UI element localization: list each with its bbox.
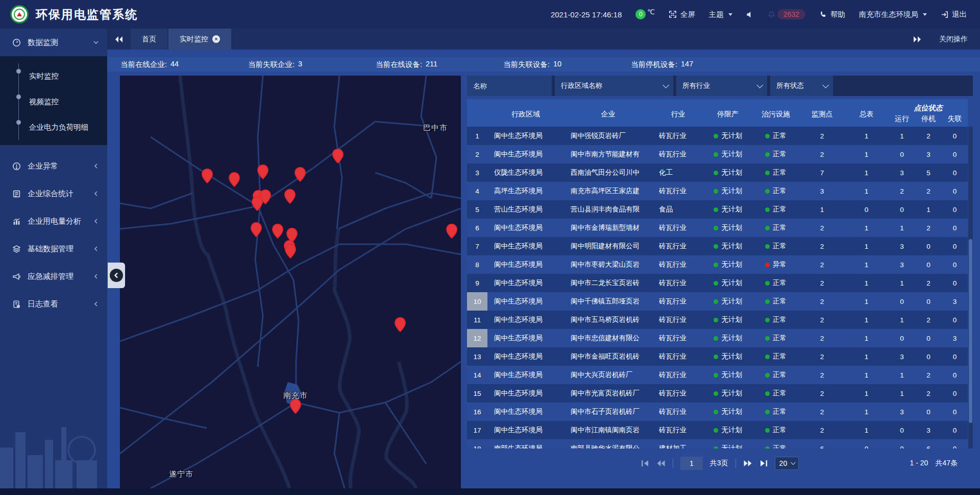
status-dot-icon [714,281,718,286]
map-pin-icon[interactable] [285,244,296,261]
page-number-input[interactable] [680,457,703,470]
chevron-down-icon [728,13,732,16]
chevron-down-icon [791,460,796,465]
total-records-label: 共47条 [935,459,958,468]
sidebar-item-power-load-detail[interactable]: 企业电力负荷明细 [0,114,107,140]
col-production: 停限产 [704,99,752,127]
cell-stopped: 0 [915,255,942,274]
map-pin-icon[interactable] [295,167,306,184]
org-dropdown[interactable]: 南充市生态环境局 [859,10,927,19]
topbar-actions: 2021-02-25 17:46:18 0 ℃ 全屏 主题 [551,9,967,19]
map-pin-icon[interactable] [257,164,268,181]
tab-home[interactable]: 首页 [131,29,167,50]
prev-page-icon [656,460,666,467]
table-row[interactable]: 12 阆中生态环境局 阆中市忠信建材有限公 砖瓦行业 无计划 正常 [467,329,968,347]
map-pin-icon[interactable] [446,224,457,241]
industry-select[interactable]: 所有行业 [676,76,767,96]
table-row[interactable]: 5 营山生态环境局 营山县润丰肉食品有限 食品 无计划 正常 1 [467,200,968,219]
col-facility: 治污设施 [752,99,800,127]
cell-company: 阆中强锐页岩砖厂 [564,127,652,145]
sidebar-item-log-view[interactable]: 日志查看 [0,290,107,318]
table-row[interactable]: 8 阆中生态环境局 阆中市枣碧大梁山页岩 砖瓦行业 无计划 异常 [467,255,968,274]
map-pin-icon[interactable] [272,224,283,241]
logout-button[interactable]: 退出 [941,10,967,19]
cell-lost: 0 [942,163,968,182]
cell-industry: 砖瓦行业 [652,182,704,200]
close-operations[interactable]: 关闭操作 [913,29,980,50]
name-search-input[interactable] [467,76,552,96]
map-pin-icon[interactable] [251,222,262,239]
cell-meter: 1 [844,347,889,366]
tabs-scroll-left-button[interactable] [107,29,131,50]
theme-dropdown[interactable]: 主题 [709,10,732,19]
map[interactable]: 巴中市 南充市 遂宁市 [120,76,461,488]
map-pin-icon[interactable] [202,169,213,185]
table-row[interactable]: 3 仪陇生态环境局 西南油气田分公司川中 化工 无计划 正常 7 [467,163,968,182]
sidebar-item-enterprise-abnormal[interactable]: 企业异常 [0,152,107,180]
facility-status: 正常 [773,370,787,380]
range-label: 1 - 20 [910,459,928,468]
sidebar-item-enterprise-stats[interactable]: 企业综合统计 [0,180,107,207]
cell-stopped: 0 [915,292,942,311]
sidebar-collapse-button[interactable] [108,263,125,288]
cell-region: 阆中生态环境局 [487,366,564,384]
cell-index: 13 [467,347,487,366]
prev-page-button[interactable] [656,460,666,467]
first-page-button[interactable] [641,460,649,467]
status-select[interactable]: 所有状态 [770,76,833,96]
table-scrollbar[interactable] [968,127,973,449]
table-row[interactable]: 13 阆中生态环境局 阆中市金福旺页岩机砖 砖瓦行业 无计划 正常 [467,347,968,366]
sidebar-item-power-analysis[interactable]: 企业用电量分析 [0,207,107,235]
production-status: 无计划 [721,260,742,269]
table-row[interactable]: 17 阆中生态环境局 阆中市江南镇阆南页岩 砖瓦行业 无计划 正常 [467,421,968,439]
map-pin-icon[interactable] [332,149,344,166]
table-row[interactable]: 14 阆中生态环境局 阆中大兴页岩机砖厂 砖瓦行业 无计划 正常 [467,366,968,384]
page-size-select[interactable]: 20 [775,457,799,470]
scrollbar-thumb[interactable] [969,239,972,423]
sidebar-item-video-monitor[interactable]: 视频监控 [0,89,107,114]
last-page-button[interactable] [760,460,768,467]
table-row[interactable]: 16 阆中生态环境局 阆中市石子页岩机砖厂 砖瓦行业 无计划 正常 [467,403,968,421]
cell-stopped: 0 [915,329,942,347]
table-row[interactable]: 6 阆中生态环境局 阆中市金博瑞新型墙材 砖瓦行业 无计划 正常 [467,219,968,237]
production-status: 无计划 [721,389,742,398]
table-row[interactable]: 10 阆中生态环境局 阆中千佛镇五郎垭页岩 砖瓦行业 无计划 正常 [467,292,968,311]
sidebar-item-emergency-reduction[interactable]: 应急减排管理 [0,263,107,290]
cell-stopped: 3 [915,421,942,439]
table-row[interactable]: 18 南部生态环境局 南部县驰华水泥有限公 建材加工 无计划 正常 [467,439,968,449]
map-pin-icon[interactable] [290,399,301,416]
sidebar-item-base-data[interactable]: 基础数据管理 [0,235,107,263]
cell-index: 5 [467,200,487,219]
notifications[interactable]: 2632 [768,9,805,19]
cell-facility: 正常 [752,163,800,182]
cell-facility: 正常 [752,366,800,384]
cell-production: 无计划 [704,403,752,421]
tab-realtime-monitor[interactable]: 实时监控 × [168,29,231,50]
table-row[interactable]: 1 阆中生态环境局 阆中强锐页岩砖厂 砖瓦行业 无计划 正常 2 [467,127,968,145]
table-row[interactable]: 2 阆中生态环境局 阆中市南方节能建材有 砖瓦行业 无计划 正常 [467,145,968,163]
tab-close-icon[interactable]: × [212,35,220,43]
pager-divider [673,459,673,468]
table-row[interactable]: 7 阆中生态环境局 阆中明阳建材有限公司 砖瓦行业 无计划 正常 [467,237,968,255]
table-row[interactable]: 15 阆中生态环境局 阆中市光富页岩机砖厂 砖瓦行业 无计划 正常 [467,384,968,403]
table-row[interactable]: 4 高坪生态环境局 南充市高坪区王家店建 砖瓦行业 无计划 正常 [467,182,968,200]
double-chevron-left-icon [114,36,124,43]
table-row[interactable]: 11 阆中生态环境局 阆中市五马桥页岩机砖 砖瓦行业 无计划 正常 [467,311,968,329]
map-pin-icon[interactable] [395,317,406,334]
help-button[interactable]: 帮助 [819,10,845,19]
cell-company: 阆中市忠信建材有限公 [564,329,652,347]
region-select[interactable]: 行政区域名称 [555,76,673,96]
mute-button[interactable] [746,11,754,18]
map-pin-icon[interactable] [229,172,240,189]
table-row[interactable]: 9 阆中生态环境局 阆中市二龙长宝页岩砖 砖瓦行业 无计划 正常 [467,274,968,292]
fullscreen-button[interactable]: 全屏 [669,10,695,19]
sidebar-item-data-monitor[interactable]: 数据监测 [0,29,107,56]
cell-monitor: 2 [800,329,844,347]
cell-region: 阆中生态环境局 [487,255,564,274]
map-pin-icon[interactable] [252,196,263,213]
facility-status: 正常 [773,352,787,361]
map-pin-icon[interactable] [284,189,296,206]
next-page-button[interactable] [743,460,752,467]
cell-facility: 正常 [752,145,800,163]
sidebar-item-realtime-monitor[interactable]: 实时监控 [0,63,107,89]
